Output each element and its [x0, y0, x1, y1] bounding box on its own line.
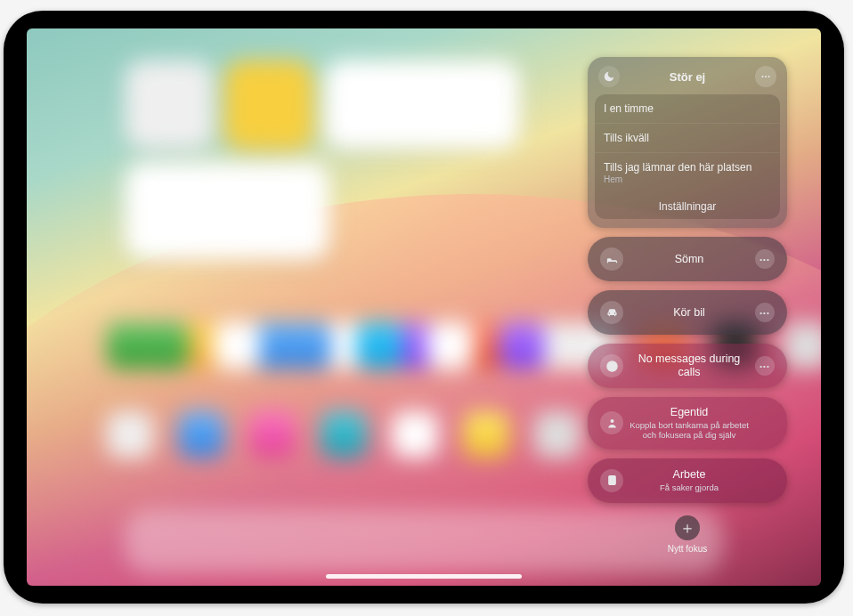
- widget-calendar: [324, 61, 520, 150]
- option-label: Tills jag lämnar den här platsen: [604, 161, 751, 174]
- svg-point-5: [613, 364, 614, 366]
- mode-label: Kör bil: [629, 306, 750, 320]
- widget-reminders: [125, 162, 329, 260]
- focus-settings-button[interactable]: Inställningar: [595, 192, 780, 219]
- focus-mode-work[interactable]: Arbete Få saker gjorda •••: [588, 458, 787, 503]
- smiley-icon: [600, 354, 623, 377]
- focus-title: Stör ej: [620, 70, 755, 84]
- badge-icon: [600, 469, 623, 492]
- focus-mode-personal[interactable]: Egentid Koppla bort tankarna på arbetet …: [588, 397, 787, 450]
- svg-point-6: [610, 419, 613, 423]
- mode-label: Sömn: [629, 253, 750, 266]
- focus-mode-driving[interactable]: Kör bil •••: [588, 290, 787, 335]
- focus-duration-option[interactable]: Tills ikväll: [595, 123, 780, 152]
- option-label: I en timme: [604, 102, 654, 115]
- focus-duration-option[interactable]: I en timme: [595, 94, 780, 123]
- focus-panel: Stör ej I en timme Tills ikväll Tills ja…: [588, 57, 787, 554]
- ipad-screen: Stör ej I en timme Tills ikväll Tills ja…: [27, 28, 821, 586]
- focus-duration-list: I en timme Tills ikväll Tills jag lämnar…: [595, 94, 780, 219]
- new-focus-button[interactable]: ＋ Nytt fokus: [588, 515, 787, 554]
- option-sublabel: Hem: [604, 174, 771, 184]
- svg-point-4: [609, 364, 611, 366]
- new-focus-label: Nytt fokus: [588, 544, 787, 554]
- more-icon[interactable]: [755, 66, 776, 87]
- home-indicator[interactable]: [326, 574, 522, 579]
- mode-label: No messages during calls: [629, 353, 750, 379]
- mode-label: Arbete: [629, 468, 750, 482]
- widget-clock: [125, 61, 214, 150]
- plus-icon: ＋: [675, 515, 700, 540]
- focus-mode-custom[interactable]: No messages during calls •••: [588, 344, 787, 388]
- focus-mode-sleep[interactable]: Sömn •••: [588, 237, 787, 281]
- settings-label: Inställningar: [659, 200, 717, 213]
- svg-point-0: [762, 76, 764, 77]
- focus-duration-option[interactable]: Tills jag lämnar den här platsen Hem: [595, 152, 780, 192]
- bed-icon: [600, 247, 623, 271]
- widget-notes: [224, 61, 313, 150]
- more-icon[interactable]: •••: [755, 303, 775, 322]
- focus-card-do-not-disturb[interactable]: Stör ej I en timme Tills ikväll Tills ja…: [588, 57, 787, 228]
- svg-point-3: [606, 361, 616, 370]
- ipad-device: Stör ej I en timme Tills ikväll Tills ja…: [0, 0, 853, 616]
- mode-label: Egentid: [629, 406, 750, 419]
- moon-icon: [598, 66, 620, 87]
- mode-sublabel: Få saker gjorda: [629, 482, 750, 492]
- svg-point-2: [768, 76, 770, 77]
- option-label: Tills ikväll: [604, 132, 649, 144]
- svg-point-1: [765, 76, 767, 77]
- person-icon: [600, 411, 623, 434]
- mode-sublabel: Koppla bort tankarna på arbetet och foku…: [629, 420, 750, 441]
- svg-point-8: [611, 478, 613, 481]
- more-icon[interactable]: •••: [755, 249, 775, 269]
- more-icon[interactable]: •••: [755, 356, 775, 376]
- car-icon: [600, 301, 623, 324]
